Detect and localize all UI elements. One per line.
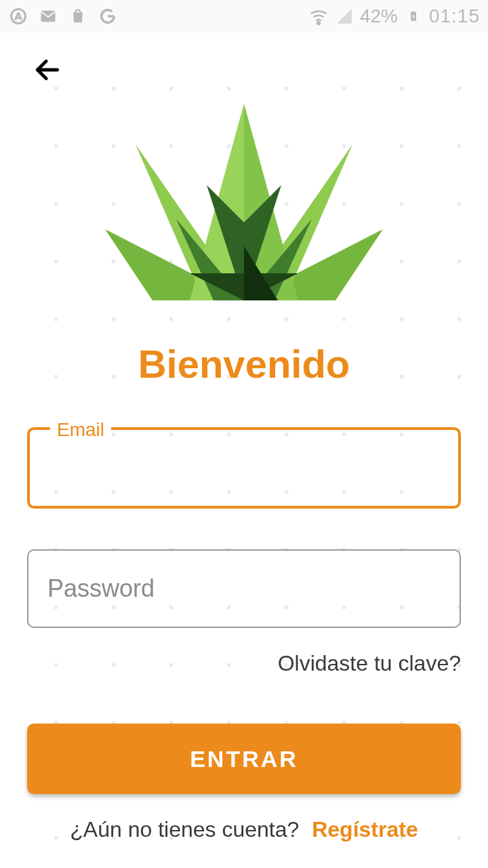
password-input[interactable] (28, 551, 460, 627)
shop-icon (68, 6, 88, 26)
email-input[interactable] (30, 430, 458, 506)
signup-row: ¿Aún no tienes cuenta? Regístrate (27, 817, 461, 842)
agave-logo-icon (98, 104, 390, 307)
clock-time: 01:15 (429, 5, 480, 27)
battery-charging-icon (403, 6, 424, 26)
signup-prompt: ¿Aún no tienes cuenta? (70, 817, 299, 842)
status-bar: 42% 01:15 (0, 0, 488, 33)
status-right: 42% 01:15 (308, 5, 480, 27)
login-screen: Bienvenido Email Olvidaste tu clave? ENT… (0, 33, 488, 868)
mail-icon (38, 6, 58, 26)
brand-logo (27, 104, 461, 307)
forgot-password-link[interactable]: Olvidaste tu clave? (27, 651, 461, 676)
password-field-container[interactable] (27, 549, 461, 628)
back-button[interactable] (27, 50, 68, 90)
svg-rect-1 (41, 11, 56, 22)
page-title: Bienvenido (27, 341, 461, 387)
signal-icon (334, 6, 354, 26)
arrow-left-icon (33, 55, 62, 85)
signup-link[interactable]: Regístrate (312, 817, 418, 842)
email-field-container[interactable]: Email (27, 427, 461, 509)
battery-percent: 42% (360, 5, 398, 27)
svg-point-0 (12, 9, 26, 24)
wifi-icon (308, 6, 329, 26)
status-left (8, 6, 118, 26)
email-label: Email (50, 419, 111, 441)
svg-point-2 (317, 22, 320, 24)
submit-button[interactable]: ENTRAR (27, 724, 461, 794)
svg-rect-4 (412, 12, 415, 13)
google-g-icon (98, 6, 118, 26)
app-circle-icon (8, 6, 28, 26)
